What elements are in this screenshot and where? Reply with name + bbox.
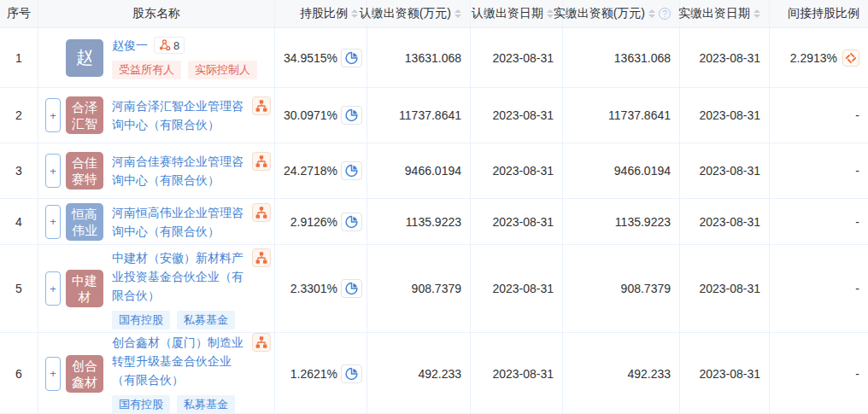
row-index: 3 <box>0 143 38 198</box>
table-row: 2 + 合泽 汇智 河南合泽汇智企业管理咨询中心（有限合伙） 30.0971% … <box>0 88 868 143</box>
shareholder-name-link[interactable]: 赵俊一 <box>112 36 148 55</box>
avatar: 中建 材 <box>66 270 103 307</box>
org-chart-icon[interactable] <box>252 96 271 115</box>
indirect-ratio-cell: - <box>770 245 868 332</box>
indirect-ratio-cell: - <box>770 88 868 143</box>
expand-button[interactable]: + <box>45 271 61 306</box>
sort-carets-icon[interactable] <box>455 9 461 18</box>
paid-date-cell: 2023-08-31 <box>680 333 770 414</box>
col-header-paid-amount[interactable]: 实缴出资额(万元)? <box>563 0 680 27</box>
col-header-shareholder-name: 股东名称 <box>38 0 275 27</box>
expand-button[interactable]: + <box>45 205 61 239</box>
equity-penetration-icon[interactable] <box>842 50 859 67</box>
sort-carets-icon[interactable] <box>754 9 760 18</box>
pie-chart-icon[interactable] <box>341 364 362 383</box>
holding-ratio-cell: 34.9515% <box>275 28 367 87</box>
shareholder-cell: + 中建 材 中建材（安徽）新材料产业投资基金合伙企业（有限合伙） 国有控股 私… <box>38 245 275 332</box>
shareholder-cell: 赵 赵俊一 8 受益所有人 实际控制人 <box>38 28 275 87</box>
paid-date-cell: 2023-08-31 <box>680 199 770 244</box>
col-header-paid-date[interactable]: 实缴出资日期 <box>680 0 770 27</box>
subscribed-date-cell: 2023-08-31 <box>471 333 563 414</box>
org-chart-icon[interactable] <box>252 152 271 171</box>
holding-ratio-cell: 2.9126% <box>275 199 367 244</box>
shareholder-cell: + 创合 鑫材 创合鑫材（厦门）制造业转型升级基金合伙企业（有限合伙） 国有控股… <box>38 333 275 414</box>
actual-controller-tag: 实际控制人 <box>188 61 257 79</box>
subscribed-date-cell: 2023-08-31 <box>471 143 563 198</box>
paid-amount-cell: 11737.8641 <box>563 88 680 143</box>
indirect-ratio-cell: - <box>770 199 868 244</box>
col-header-indirect-ratio: 间接持股比例 <box>770 0 868 27</box>
pie-chart-icon[interactable] <box>341 49 362 67</box>
shareholder-name-link[interactable]: 中建材（安徽）新材料产业投资基金合伙企业（有限合伙） <box>112 248 249 305</box>
shareholder-name-link[interactable]: 河南合佳赛特企业管理咨询中心（有限合伙） <box>112 152 249 190</box>
col-header-holding-ratio[interactable]: 持股比例 <box>275 0 367 27</box>
paid-date-cell: 2023-08-31 <box>680 88 770 143</box>
indirect-ratio-cell: - <box>770 143 868 198</box>
pie-chart-icon[interactable] <box>341 279 362 298</box>
avatar: 合泽 汇智 <box>66 96 103 134</box>
shareholder-cell: + 合泽 汇智 河南合泽汇智企业管理咨询中心（有限合伙） <box>38 88 275 143</box>
row-index: 5 <box>0 245 38 332</box>
related-count: 8 <box>173 39 179 52</box>
org-chart-icon[interactable] <box>252 203 271 222</box>
table-row: 6 + 创合 鑫材 创合鑫材（厦门）制造业转型升级基金合伙企业（有限合伙） 国有… <box>0 333 868 414</box>
paid-date-cell: 2023-08-31 <box>680 245 770 332</box>
expand-button[interactable]: + <box>45 357 61 391</box>
holding-ratio-cell: 2.3301% <box>275 245 367 332</box>
sort-carets-icon[interactable] <box>351 9 358 18</box>
row-index: 4 <box>0 199 38 244</box>
table-row: 3 + 合佳 赛特 河南合佳赛特企业管理咨询中心（有限合伙） 24.2718% … <box>0 143 868 199</box>
org-chart-icon[interactable] <box>252 333 271 352</box>
subscribed-amount-cell: 492.233 <box>367 333 471 414</box>
row-index: 6 <box>0 333 38 414</box>
col-header-subscribed-amount[interactable]: 认缴出资额(万元) <box>367 0 471 27</box>
row-index: 2 <box>0 88 38 143</box>
shareholder-name-link[interactable]: 河南恒高伟业企业管理咨询中心（有限合伙） <box>112 203 249 241</box>
subscribed-date-cell: 2023-08-31 <box>471 88 563 143</box>
table-row: 5 + 中建 材 中建材（安徽）新材料产业投资基金合伙企业（有限合伙） 国有控股… <box>0 245 868 333</box>
shareholders-table: 序号 股东名称 持股比例 认缴出资额(万元) 认缴出资日期 实缴出资额(万元)?… <box>0 0 868 414</box>
subscribed-amount-cell: 1135.9223 <box>367 199 471 244</box>
row-index: 1 <box>0 28 38 87</box>
pie-chart-icon[interactable] <box>341 213 362 231</box>
org-chart-icon[interactable] <box>252 248 271 267</box>
subscribed-amount-cell: 908.7379 <box>367 245 471 332</box>
subscribed-date-cell: 2023-08-31 <box>471 245 563 332</box>
sort-carets-icon[interactable] <box>648 9 655 18</box>
table-header: 序号 股东名称 持股比例 认缴出资额(万元) 认缴出资日期 实缴出资额(万元)?… <box>0 0 868 28</box>
shareholder-cell: + 合佳 赛特 河南合佳赛特企业管理咨询中心（有限合伙） <box>38 143 275 198</box>
holding-ratio-cell: 1.2621% <box>275 333 367 414</box>
paid-date-cell: 2023-08-31 <box>680 28 770 87</box>
private-fund-tag: 私募基金 <box>177 311 235 329</box>
col-header-subscribed-date[interactable]: 认缴出资日期 <box>471 0 563 27</box>
state-owned-tag: 国有控股 <box>112 311 170 329</box>
indirect-ratio-cell: 2.2913% <box>770 28 868 87</box>
paid-amount-cell: 1135.9223 <box>563 199 680 244</box>
subscribed-date-cell: 2023-08-31 <box>471 28 563 87</box>
subscribed-amount-cell: 11737.8641 <box>367 88 471 143</box>
paid-amount-cell: 908.7379 <box>563 245 680 332</box>
expand-button[interactable]: + <box>45 154 61 188</box>
avatar: 创合 鑫材 <box>66 355 103 393</box>
avatar: 合佳 赛特 <box>66 152 103 190</box>
subscribed-amount-cell: 13631.068 <box>367 28 471 87</box>
related-graph-icon <box>159 39 171 51</box>
holding-ratio-cell: 30.0971% <box>275 88 367 143</box>
subscribed-amount-cell: 9466.0194 <box>367 143 471 198</box>
pie-chart-icon[interactable] <box>341 161 362 180</box>
subscribed-date-cell: 2023-08-31 <box>471 199 563 244</box>
expand-button[interactable]: + <box>45 98 61 132</box>
table-row: 4 + 恒高 伟业 河南恒高伟业企业管理咨询中心（有限合伙） 2.9126% 1… <box>0 199 868 245</box>
pie-chart-icon[interactable] <box>341 106 362 125</box>
question-circle-icon[interactable]: ? <box>659 8 671 20</box>
paid-amount-cell: 492.233 <box>563 333 680 414</box>
related-companies-badge[interactable]: 8 <box>154 37 185 54</box>
paid-amount-cell: 9466.0194 <box>563 143 680 198</box>
indirect-ratio-cell: - <box>770 333 868 414</box>
shareholder-name-link[interactable]: 创合鑫材（厦门）制造业转型升级基金合伙企业（有限合伙） <box>112 333 249 389</box>
expand-slot <box>45 41 61 75</box>
shareholder-cell: + 恒高 伟业 河南恒高伟业企业管理咨询中心（有限合伙） <box>38 199 275 244</box>
state-owned-tag: 国有控股 <box>112 395 170 414</box>
avatar: 恒高 伟业 <box>66 203 103 241</box>
shareholder-name-link[interactable]: 河南合泽汇智企业管理咨询中心（有限合伙） <box>112 96 249 134</box>
